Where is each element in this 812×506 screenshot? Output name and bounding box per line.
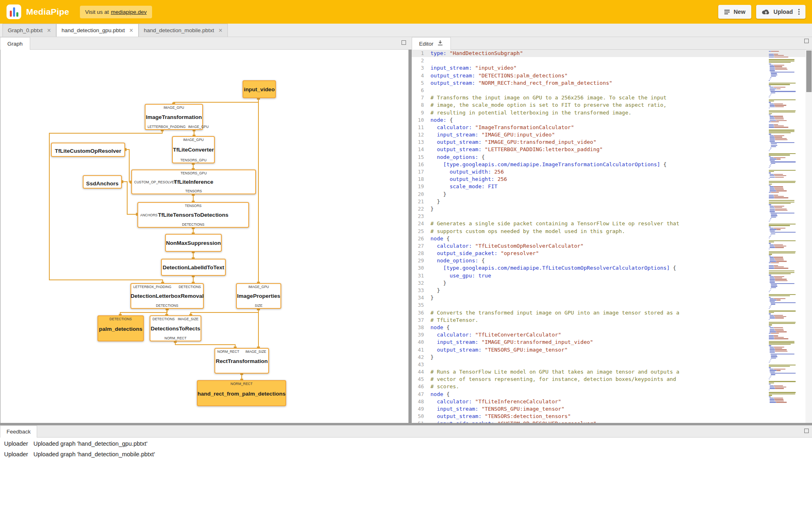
line-number: 49 [412, 405, 430, 413]
code-text: # vector of tensors representing, for in… [430, 376, 676, 383]
code-line-27[interactable]: 27 calculator: "TfLiteCustomOpResolverCa… [412, 242, 812, 250]
graph-node-TfLiteConverter[interactable]: IMAGE_GPUTfLiteConverterTENSORS_GPU [172, 136, 215, 163]
code-line-28[interactable]: 28 output_side_packet: "opresolver" [412, 250, 812, 257]
code-text: calculator: "TfLiteCustomOpResolverCalcu… [430, 242, 584, 250]
code-line-5[interactable]: 5output_stream: "NORM_RECT:hand_rect_fro… [412, 79, 812, 87]
graph-node-SsdAnchors[interactable]: SsdAnchors [83, 175, 122, 189]
code-line-30[interactable]: 30 [type.googleapis.com/mediapipe.TfLite… [412, 264, 812, 272]
graph-node-TfLiteCustomOpResolver[interactable]: TfLiteCustomOpResolver [51, 143, 125, 157]
code-line-21[interactable]: 21 } [412, 198, 812, 205]
expand-graph-panel-icon[interactable] [402, 40, 406, 45]
tab-editor[interactable]: Editor [412, 37, 451, 50]
code-line-47[interactable]: 47node { [412, 391, 812, 398]
graph-node-NonMaxSuppression[interactable]: NonMaxSuppression [165, 234, 222, 252]
editor-panel: 1type: "HandDetectionSubgraph"23input_st… [412, 50, 812, 423]
code-line-15[interactable]: 15 node_options: { [412, 154, 812, 161]
tab-close-icon[interactable]: × [218, 27, 222, 34]
graph-node-hand_rect_from_palm_detections[interactable]: NORM_RECThand_rect_from_palm_detections [197, 380, 286, 406]
mediapipe-dev-link[interactable]: mediapipe.dev [111, 9, 147, 15]
code-line-18[interactable]: 18 output_height: 256 [412, 176, 812, 183]
code-line-24[interactable]: 24# Generates a single side packet conta… [412, 220, 812, 227]
code-line-41[interactable]: 41 output_stream: "TENSORS_GPU:image_ten… [412, 346, 812, 354]
tab-close-icon[interactable]: × [129, 27, 133, 34]
graph-node-ImageTransformation[interactable]: IMAGE_GPUImageTransformationLETTERBOX_PA… [145, 104, 203, 130]
code-line-40[interactable]: 40 input_stream: "IMAGE_GPU:transformed_… [412, 339, 812, 346]
code-line-4[interactable]: 4output_stream: "DETECTIONS:palm_detecti… [412, 72, 812, 79]
code-line-48[interactable]: 48 calculator: "TfLiteInferenceCalculato… [412, 398, 812, 405]
code-line-26[interactable]: 26node { [412, 235, 812, 242]
graph-node-TfLiteTensorsToDetections[interactable]: TENSORSANCHORSTfLiteTensorsToDetectionsD… [137, 202, 249, 228]
port-label-IMAGE_GPU: IMAGE_GPU [183, 138, 204, 142]
code-line-14[interactable]: 14 output_stream: "LETTERBOX_PADDING:let… [412, 146, 812, 153]
editor-scrollbar-track[interactable] [805, 50, 812, 423]
code-line-19[interactable]: 19 scale_mode: FIT [412, 183, 812, 190]
code-line-31[interactable]: 31 use_gpu: true [412, 272, 812, 279]
code-line-32[interactable]: 32 } [412, 279, 812, 287]
code-line-44[interactable]: 44# Runs a TensorFlow Lite model on GPU … [412, 368, 812, 376]
code-line-29[interactable]: 29 node_options: { [412, 257, 812, 264]
tab-graph[interactable]: Graph [0, 37, 30, 50]
file-tab-label: hand_detection_gpu.pbtxt [62, 27, 125, 33]
new-button[interactable]: New [718, 5, 751, 19]
code-line-16[interactable]: 16 [type.googleapis.com/mediapipe.ImageT… [412, 161, 812, 168]
code-line-33[interactable]: 33 } [412, 287, 812, 294]
code-line-6[interactable]: 6 [412, 87, 812, 94]
code-line-13[interactable]: 13 output_stream: "IMAGE_GPU:transformed… [412, 139, 812, 146]
code-line-49[interactable]: 49 input_stream: "TENSORS_GPU:image_tens… [412, 405, 812, 413]
line-number: 45 [412, 376, 430, 383]
code-line-45[interactable]: 45# vector of tensors representing, for … [412, 376, 812, 383]
file-tab-Graph_0.pbtxt[interactable]: Graph_0.pbtxt× [2, 24, 56, 37]
code-line-37[interactable]: 37# TfLiteTensor. [412, 317, 812, 324]
code-line-51[interactable]: 51 input_side_packet: "CUSTOM_OP_RESOLVE… [412, 420, 812, 423]
upload-button[interactable]: Upload [756, 5, 805, 19]
code-line-34[interactable]: 34} [412, 294, 812, 301]
tab-close-icon[interactable]: × [47, 27, 51, 34]
expand-feedback-panel-icon[interactable] [804, 429, 809, 433]
code-text: input_stream: "IMAGE_GPU:input_video" [430, 131, 555, 139]
graph-node-ImageProperties[interactable]: IMAGE_GPUImagePropertiesSIZE [236, 283, 281, 309]
code-line-8[interactable]: 8# image, the scale_mode option is set t… [412, 101, 812, 109]
code-line-50[interactable]: 50 output_stream: "TENSORS:detection_ten… [412, 413, 812, 420]
code-line-7[interactable]: 7# Transforms the input image on GPU to … [412, 94, 812, 101]
code-line-39[interactable]: 39 calculator: "TfLiteConverterCalculato… [412, 331, 812, 339]
code-line-36[interactable]: 36# Converts the transformed input image… [412, 309, 812, 317]
graph-node-DetectionLetterboxRemoval[interactable]: LETTERBOX_PADDINGDETECTIONSDetectionLett… [130, 283, 204, 309]
graph-node-RectTransformation[interactable]: NORM_RECTIMAGE_SIZERectTransformation [214, 348, 269, 374]
code-line-38[interactable]: 38node { [412, 324, 812, 331]
line-number: 4 [412, 72, 430, 79]
code-line-20[interactable]: 20 } [412, 191, 812, 198]
code-line-1[interactable]: 1type: "HandDetectionSubgraph" [412, 50, 812, 57]
download-icon[interactable] [437, 40, 444, 47]
code-line-25[interactable]: 25# supports custom ops needed by the mo… [412, 228, 812, 235]
line-number: 8 [412, 101, 430, 109]
code-line-35[interactable]: 35 [412, 301, 812, 309]
code-line-22[interactable]: 22} [412, 205, 812, 213]
graph-node-TfLiteInference[interactable]: TENSORS_GPUCUSTOM_OP_RESOLVERTfLiteInfer… [131, 169, 256, 194]
file-tab-hand_detection_mobile.pbtxt[interactable]: hand_detection_mobile.pbtxt× [139, 24, 228, 37]
kebab-menu-icon[interactable] [798, 9, 800, 15]
code-line-2[interactable]: 2 [412, 57, 812, 64]
code-line-10[interactable]: 10node: { [412, 117, 812, 124]
file-tab-hand_detection_gpu.pbtxt[interactable]: hand_detection_gpu.pbtxt× [56, 24, 139, 37]
code-line-11[interactable]: 11 calculator: "ImageTransformationCalcu… [412, 124, 812, 131]
code-line-12[interactable]: 12 input_stream: "IMAGE_GPU:input_video" [412, 131, 812, 139]
editor-scrollbar-thumb[interactable] [806, 51, 812, 92]
graph-canvas[interactable]: input_videoIMAGE_GPUImageTransformationL… [0, 50, 408, 423]
graph-node-DetectionsToRects[interactable]: DETECTIONSIMAGE_SIZEDetectionsToRectsNOR… [150, 315, 201, 341]
code-line-42[interactable]: 42} [412, 354, 812, 361]
line-number: 43 [412, 361, 430, 368]
code-line-3[interactable]: 3input_stream: "input_video" [412, 64, 812, 72]
code-line-23[interactable]: 23 [412, 213, 812, 220]
code-line-43[interactable]: 43 [412, 361, 812, 368]
graph-node-DetectionLabelIdToText[interactable]: DetectionLabelIdToText [161, 259, 226, 276]
tab-feedback[interactable]: Feedback [0, 425, 37, 438]
code-text: output_stream: "NORM_RECT:hand_rect_from… [430, 79, 612, 87]
graph-node-input_video[interactable]: input_video [243, 80, 276, 98]
editor-minimap[interactable] [769, 51, 803, 403]
code-line-9[interactable]: 9# resulting in potential letterboxing i… [412, 109, 812, 117]
code-editor[interactable]: 1type: "HandDetectionSubgraph"23input_st… [412, 50, 812, 423]
code-line-46[interactable]: 46# scores. [412, 383, 812, 390]
expand-editor-panel-icon[interactable] [804, 39, 809, 43]
graph-node-palm_detections[interactable]: DETECTIONSpalm_detections [97, 315, 144, 341]
code-line-17[interactable]: 17 output_width: 256 [412, 168, 812, 176]
